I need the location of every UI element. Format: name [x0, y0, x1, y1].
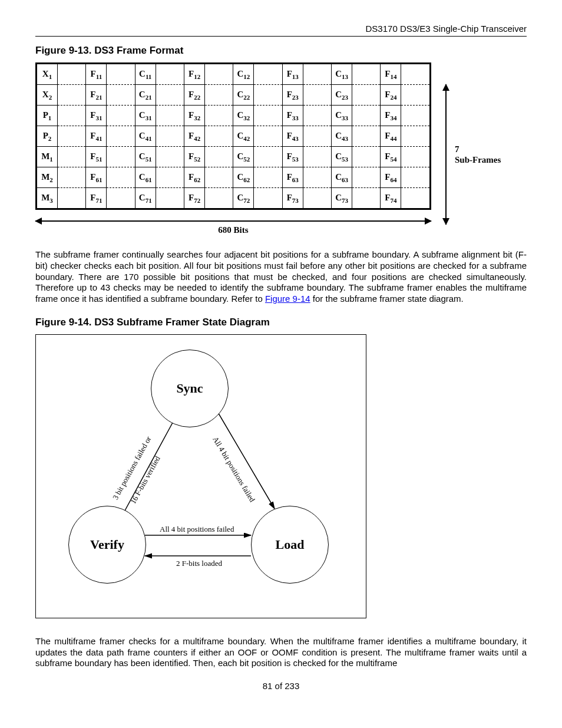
data-gap: [401, 147, 431, 167]
overhead-bit: C12: [233, 64, 254, 85]
data-gap: [58, 106, 86, 126]
overhead-bit: F14: [381, 64, 401, 85]
data-gap: [401, 126, 431, 147]
data-gap: [254, 85, 282, 106]
data-gap: [156, 64, 184, 85]
edge-verify-to-load: All 4 bit positions failed: [160, 525, 234, 534]
overhead-bit: C42: [233, 126, 254, 147]
paragraph-2: The multiframe framer checks for a multi…: [35, 636, 527, 669]
data-gap: [401, 64, 431, 85]
data-gap: [352, 126, 381, 147]
figure-9-14-link[interactable]: Figure 9-14: [265, 294, 310, 304]
data-gap: [352, 106, 381, 126]
overhead-bit: C33: [332, 106, 352, 126]
overhead-bit: F51: [86, 147, 107, 167]
horizontal-dimension-arrow: [35, 220, 431, 222]
data-gap: [107, 188, 135, 209]
data-gap: [352, 188, 381, 209]
overhead-bit: F73: [282, 188, 303, 209]
state-sync: Sync: [151, 350, 229, 427]
data-gap: [352, 85, 381, 106]
data-gap: [156, 147, 184, 167]
vertical-dimension-label: 7Sub-Frames: [455, 144, 501, 165]
overhead-bit: F21: [86, 85, 107, 106]
data-gap: [107, 126, 135, 147]
data-gap: [303, 85, 331, 106]
data-gap: [205, 167, 233, 188]
state-verify: Verify: [68, 506, 146, 584]
data-gap: [205, 188, 233, 209]
data-gap: [205, 147, 233, 167]
vertical-dimension: 7Sub-Frames: [445, 62, 501, 246]
data-gap: [107, 167, 135, 188]
state-load: Load: [251, 506, 329, 584]
header-rule: [35, 36, 527, 37]
data-gap: [352, 167, 381, 188]
overhead-bit: C72: [233, 188, 254, 209]
figure-9-14-title: Figure 9-14. DS3 Subframe Framer State D…: [35, 317, 527, 328]
data-gap: [58, 85, 86, 106]
overhead-bit: F44: [381, 126, 401, 147]
paragraph-1: The subframe framer continually searches…: [35, 249, 527, 305]
edge-sync-to-load: All 4 bit positions failed: [210, 435, 257, 504]
page-footer: 81 of 233: [35, 681, 527, 691]
data-gap: [303, 126, 331, 147]
overhead-bit: F31: [86, 106, 107, 126]
overhead-bit: F52: [184, 147, 205, 167]
overhead-bit: C31: [135, 106, 156, 126]
overhead-bit: C43: [332, 126, 352, 147]
ds3-frame-format: X1F11C11F12C12F13C13F14X2F21C21F22C22F23…: [35, 62, 527, 246]
overhead-bit: C23: [332, 85, 352, 106]
overhead-bit: F34: [381, 106, 401, 126]
overhead-bit: F72: [184, 188, 205, 209]
data-gap: [303, 64, 331, 85]
row-head: X1: [37, 64, 58, 85]
data-gap: [254, 64, 282, 85]
overhead-bit: F23: [282, 85, 303, 106]
overhead-bit: F63: [282, 167, 303, 188]
overhead-bit: C71: [135, 188, 156, 209]
overhead-bit: C13: [332, 64, 352, 85]
horizontal-dimension-label: 680 Bits: [35, 225, 431, 235]
data-gap: [58, 188, 86, 209]
data-gap: [352, 64, 381, 85]
overhead-bit: C62: [233, 167, 254, 188]
data-gap: [156, 188, 184, 209]
data-gap: [254, 147, 282, 167]
overhead-bit: C63: [332, 167, 352, 188]
data-gap: [303, 167, 331, 188]
overhead-bit: C22: [233, 85, 254, 106]
data-gap: [107, 85, 135, 106]
overhead-bit: F43: [282, 126, 303, 147]
overhead-bit: F24: [381, 85, 401, 106]
overhead-bit: F64: [381, 167, 401, 188]
overhead-bit: C52: [233, 147, 254, 167]
data-gap: [401, 188, 431, 209]
data-gap: [156, 126, 184, 147]
data-gap: [254, 106, 282, 126]
overhead-bit: C51: [135, 147, 156, 167]
data-gap: [303, 147, 331, 167]
data-gap: [401, 106, 431, 126]
data-gap: [205, 126, 233, 147]
overhead-bit: F61: [86, 167, 107, 188]
data-gap: [205, 64, 233, 85]
data-gap: [254, 167, 282, 188]
data-gap: [254, 188, 282, 209]
overhead-bit: C73: [332, 188, 352, 209]
data-gap: [58, 126, 86, 147]
data-gap: [58, 64, 86, 85]
overhead-bit: F12: [184, 64, 205, 85]
data-gap: [303, 188, 331, 209]
data-gap: [254, 126, 282, 147]
vertical-dimension-arrow: [445, 84, 447, 225]
data-gap: [352, 147, 381, 167]
state-diagram: Sync Verify Load All 4 bit positions fai…: [35, 334, 366, 618]
figure-9-13-title: Figure 9-13. DS3 Frame Format: [35, 45, 527, 57]
overhead-bit: C32: [233, 106, 254, 126]
data-gap: [58, 167, 86, 188]
edge-load-to-verify: 2 F-bits loaded: [176, 559, 222, 568]
data-gap: [156, 167, 184, 188]
overhead-bit: F42: [184, 126, 205, 147]
data-gap: [58, 147, 86, 167]
